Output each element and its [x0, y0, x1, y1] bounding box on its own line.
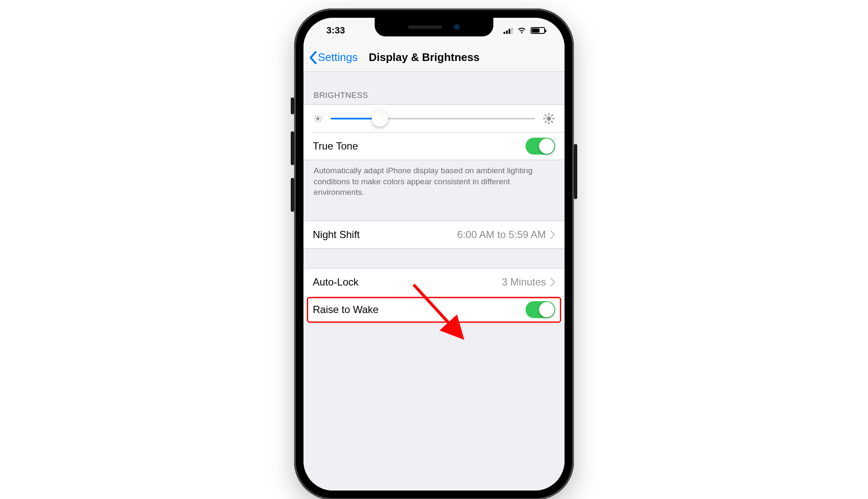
- mute-switch[interactable]: [291, 97, 294, 114]
- cellular-icon: [504, 27, 513, 34]
- auto-lock-label: Auto-Lock: [313, 276, 502, 288]
- notch: [375, 18, 493, 36]
- brightness-slider[interactable]: [331, 118, 535, 119]
- screen: 3:33 Settings: [303, 18, 565, 491]
- chevron-right-icon: [550, 230, 555, 239]
- phone-frame: 3:33 Settings: [294, 8, 574, 499]
- side-button[interactable]: [574, 144, 577, 199]
- auto-lock-row[interactable]: Auto-Lock 3 Minutes: [303, 268, 565, 296]
- sun-min-icon: [313, 114, 323, 124]
- nav-bar: Settings Display & Brightness: [303, 43, 565, 72]
- earpiece-speaker: [408, 25, 442, 29]
- back-label: Settings: [318, 51, 358, 64]
- status-time: 3:33: [319, 25, 345, 36]
- night-shift-value: 6:00 AM to 5:59 AM: [457, 229, 546, 241]
- volume-up-button[interactable]: [291, 131, 294, 165]
- auto-lock-value: 3 Minutes: [502, 276, 546, 288]
- brightness-slider-row: [303, 104, 565, 132]
- raise-to-wake-toggle[interactable]: [526, 301, 555, 318]
- chevron-right-icon: [550, 278, 555, 286]
- svg-line-17: [551, 115, 553, 116]
- svg-line-15: [551, 121, 553, 122]
- raise-to-wake-label: Raise to Wake: [313, 304, 526, 316]
- svg-line-7: [315, 120, 316, 121]
- svg-line-16: [545, 121, 546, 122]
- night-shift-label: Night Shift: [313, 229, 457, 241]
- volume-down-button[interactable]: [291, 178, 294, 212]
- svg-line-8: [320, 116, 320, 116]
- brightness-slider-thumb[interactable]: [372, 111, 388, 127]
- night-shift-row[interactable]: Night Shift 6:00 AM to 5:59 AM: [303, 221, 565, 249]
- svg-line-6: [320, 120, 320, 121]
- wifi-icon: [517, 27, 526, 34]
- battery-icon: [531, 27, 545, 34]
- chevron-left-icon: [309, 51, 317, 64]
- svg-point-0: [317, 117, 320, 120]
- sun-max-icon: [542, 112, 555, 125]
- svg-line-5: [315, 116, 316, 116]
- brightness-section-header: BRIGHTNESS: [303, 72, 565, 104]
- back-button[interactable]: Settings: [309, 51, 358, 64]
- true-tone-toggle[interactable]: [526, 138, 555, 155]
- true-tone-label: True Tone: [313, 140, 526, 152]
- raise-to-wake-row: Raise to Wake: [303, 296, 565, 324]
- true-tone-footer: Automatically adapt iPhone display based…: [303, 160, 565, 201]
- svg-line-14: [545, 115, 546, 116]
- true-tone-row: True Tone: [303, 132, 565, 160]
- front-camera: [454, 24, 460, 30]
- page-title: Display & Brightness: [369, 51, 480, 64]
- content-scroll[interactable]: BRIGHTNESS: [303, 72, 565, 491]
- svg-point-9: [547, 116, 551, 121]
